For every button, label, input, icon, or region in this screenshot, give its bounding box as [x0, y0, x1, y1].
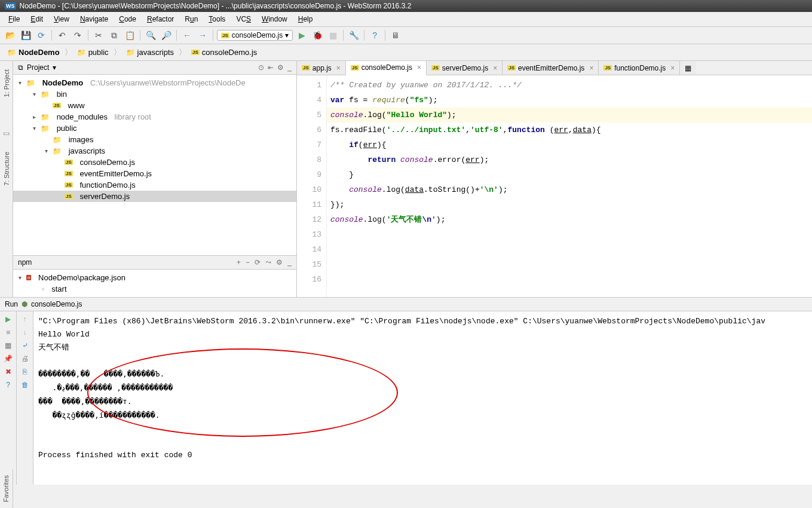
- paste-icon[interactable]: 📋: [123, 29, 136, 42]
- npm-script-start[interactable]: ◦ start: [13, 283, 296, 295]
- down-icon[interactable]: ↓: [23, 328, 27, 336]
- tree-javascripts[interactable]: ▾ javascripts: [13, 145, 296, 157]
- chevron-down-icon[interactable]: ▾: [53, 63, 56, 72]
- code-editor[interactable]: 145678910111213141516 /** Created by yua…: [297, 75, 812, 297]
- menu-vcs[interactable]: VCS: [231, 13, 256, 25]
- copy-icon[interactable]: ⧉: [108, 29, 121, 42]
- close-icon[interactable]: ×: [417, 63, 421, 72]
- rerun-icon[interactable]: ▶: [5, 315, 11, 323]
- tree-file-console[interactable]: JS consoleDemo.js: [13, 157, 296, 168]
- clear-icon[interactable]: 🗑: [22, 381, 29, 389]
- hide-icon[interactable]: ⎯: [287, 258, 292, 267]
- tree-public[interactable]: ▾ public: [13, 123, 296, 134]
- project-tree[interactable]: ▾ NodeDemo C:\Users\yuanwe\WebstormProje…: [13, 75, 296, 255]
- project-panel: ⧉ Project ▾ ⊙ ⇤ ⚙ ⎯ ▾ NodeDemo C:\Users\…: [13, 61, 297, 297]
- tree-www[interactable]: JS www: [13, 100, 296, 111]
- save-icon[interactable]: 💾: [19, 29, 32, 42]
- tab-consoledemo[interactable]: JSconsoleDemo.js×: [346, 61, 427, 75]
- run-toolbar-left: ▶ ■ ▦ 📌 ✖ ?: [0, 311, 17, 485]
- editor-tabs: JSapp.js× JSconsoleDemo.js× JSserverDemo…: [297, 61, 812, 75]
- bookmark-icon[interactable]: ▭: [3, 129, 10, 137]
- menu-refactor[interactable]: Refactor: [142, 13, 179, 25]
- menu-help[interactable]: Help: [293, 13, 318, 25]
- menu-code[interactable]: Code: [114, 13, 141, 25]
- help-icon[interactable]: ?: [368, 29, 381, 42]
- breadcrumb-public[interactable]: public: [75, 47, 111, 58]
- close-icon[interactable]: ✖: [5, 368, 11, 376]
- refresh-icon[interactable]: ⟳: [255, 258, 261, 267]
- gear-icon[interactable]: ⚙: [276, 258, 283, 267]
- settings-icon[interactable]: 🔧: [347, 29, 360, 42]
- tab-eventemitterdemo[interactable]: JSeventEmitterDemo.js×: [502, 61, 599, 75]
- run-configuration-selector[interactable]: JS consoleDemo.js ▾: [217, 30, 293, 41]
- breadcrumb: NodeDemo 〉 public 〉 javascripts 〉 JScons…: [0, 44, 812, 61]
- tree-file-eventemitter[interactable]: JS eventEmitterDemo.js: [13, 168, 296, 179]
- breadcrumb-root[interactable]: NodeDemo: [5, 47, 62, 58]
- menu-window[interactable]: Window: [257, 13, 292, 25]
- add-icon[interactable]: +: [237, 258, 241, 267]
- run-script-icon[interactable]: ⤳: [265, 258, 271, 267]
- menu-tools[interactable]: Tools: [204, 13, 230, 25]
- undo-icon[interactable]: ↶: [56, 29, 69, 42]
- close-icon[interactable]: ×: [336, 64, 341, 72]
- project-panel-title[interactable]: Project: [27, 63, 49, 72]
- dump-icon[interactable]: ▦: [5, 341, 11, 350]
- hide-icon[interactable]: ⎯: [287, 63, 292, 72]
- tool-window-favorites-tab[interactable]: Favorites: [1, 473, 11, 504]
- close-icon[interactable]: ×: [493, 64, 497, 72]
- scroll-to-icon[interactable]: ⊙: [258, 63, 264, 72]
- console-output[interactable]: "C:\Program Files (x86)\JetBrains\WebSto…: [33, 311, 812, 485]
- gear-icon[interactable]: ⚙: [277, 63, 284, 72]
- breadcrumb-file[interactable]: JSconsoleDemo.js: [189, 47, 259, 58]
- tab-more[interactable]: ▦: [680, 61, 696, 75]
- print-icon[interactable]: 🖨: [22, 354, 29, 363]
- breadcrumb-javascripts[interactable]: javascripts: [124, 47, 176, 58]
- tree-bin[interactable]: ▾ bin: [13, 88, 296, 100]
- tab-functiondemo[interactable]: JSfunctionDemo.js×: [599, 61, 680, 75]
- cut-icon[interactable]: ✂: [92, 29, 105, 42]
- tool-window-project-tab[interactable]: 1: Project: [2, 67, 11, 99]
- menu-run[interactable]: Run: [180, 13, 203, 25]
- browser-icon[interactable]: 🖥: [389, 29, 402, 42]
- run-icon[interactable]: ▶: [295, 29, 308, 42]
- tree-node-modules[interactable]: ▸ node_modules library root: [13, 111, 296, 123]
- code-body[interactable]: /** Created by yuanwe on 2017/1/12. ...*…: [327, 75, 812, 297]
- remove-icon[interactable]: −: [246, 258, 250, 267]
- collapse-icon[interactable]: ⇤: [268, 63, 274, 72]
- tree-images[interactable]: images: [13, 134, 296, 145]
- back-icon[interactable]: ←: [180, 29, 194, 42]
- js-icon: JS: [302, 65, 310, 71]
- tab-serverdemo[interactable]: JSserverDemo.js×: [427, 61, 502, 75]
- scroll-icon[interactable]: ⎘: [23, 368, 27, 376]
- coverage-icon[interactable]: ▦: [326, 29, 339, 42]
- help-icon[interactable]: ?: [6, 381, 10, 389]
- menu-view[interactable]: View: [49, 13, 74, 25]
- tool-window-structure-tab[interactable]: 7: Structure: [2, 149, 11, 188]
- tree-root[interactable]: ▾ NodeDemo C:\Users\yuanwe\WebstormProje…: [13, 77, 296, 88]
- run-config-name: consoleDemo.js: [31, 300, 82, 308]
- close-icon[interactable]: ×: [589, 64, 593, 72]
- tree-file-function[interactable]: JS functionDemo.js: [13, 179, 296, 191]
- stop-icon[interactable]: ■: [6, 328, 10, 336]
- tab-app[interactable]: JSapp.js×: [297, 61, 346, 75]
- up-icon[interactable]: ↑: [23, 315, 27, 323]
- tree-file-server[interactable]: JS serverDemo.js: [13, 191, 296, 202]
- replace-icon[interactable]: 🔎: [160, 29, 173, 42]
- debug-icon[interactable]: 🐞: [311, 29, 324, 42]
- open-icon[interactable]: 📂: [4, 29, 17, 42]
- npm-package[interactable]: ▾n NodeDemo\package.json: [13, 272, 296, 283]
- folder-icon: [41, 90, 50, 99]
- forward-icon[interactable]: →: [196, 29, 209, 42]
- pin-icon[interactable]: 📌: [4, 354, 13, 363]
- menu-edit[interactable]: Edit: [26, 13, 48, 25]
- find-icon[interactable]: 🔍: [144, 29, 157, 42]
- sync-icon[interactable]: ⟳: [35, 29, 48, 42]
- run-body: ▶ ■ ▦ 📌 ✖ ? ↑ ↓ ⤶ 🖨 ⎘ 🗑 "C:\Program File…: [0, 311, 812, 485]
- js-icon: JS: [65, 160, 73, 165]
- npm-tree[interactable]: ▾n NodeDemo\package.json ◦ start: [13, 270, 296, 297]
- redo-icon[interactable]: ↷: [71, 29, 84, 42]
- close-icon[interactable]: ×: [670, 64, 675, 72]
- wrap-icon[interactable]: ⤶: [22, 341, 28, 350]
- menu-navigate[interactable]: Navigate: [75, 13, 113, 25]
- menu-file[interactable]: File: [4, 13, 24, 25]
